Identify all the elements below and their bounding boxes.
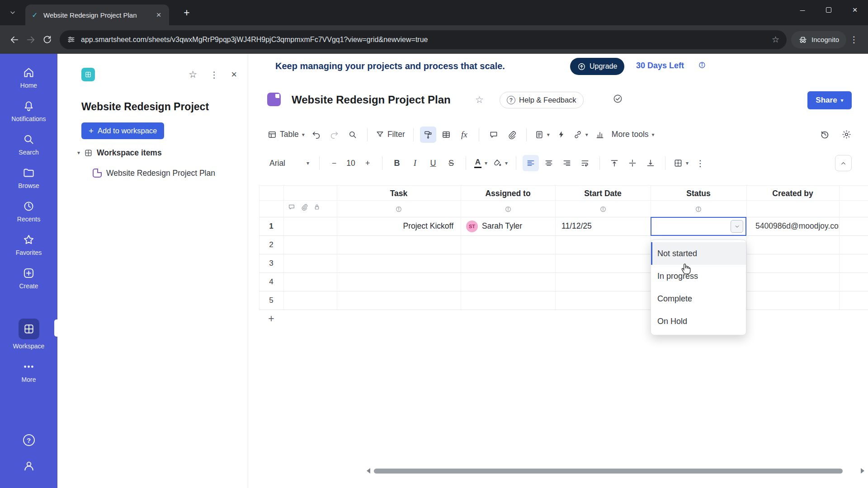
add-to-workspace-button[interactable]: + Add to workspace	[81, 122, 164, 139]
url-text[interactable]: app.smartsheet.com/sheets/v3qwxMgRrP9pqp…	[81, 36, 766, 44]
column-header-created-by[interactable]: Created by	[746, 187, 839, 200]
sidebar-item-favorites[interactable]: Favorites	[0, 234, 57, 256]
borders-button[interactable]: ▾	[672, 155, 690, 171]
workspace-items-section[interactable]: ▾ Workspace items	[77, 146, 162, 159]
chart-button[interactable]	[592, 127, 608, 143]
redo-button[interactable]	[326, 127, 343, 143]
scroll-left-icon[interactable]	[367, 468, 370, 474]
window-maximize-button[interactable]	[816, 0, 842, 20]
sheet-list-item[interactable]: Website Redesign Project Plan	[93, 167, 215, 179]
sidebar-item-browse[interactable]: Browse	[0, 167, 57, 189]
wrap-text-button[interactable]	[577, 155, 593, 171]
more-tools-button[interactable]: More tools ▾	[610, 127, 656, 143]
share-button[interactable]: Share ▾	[807, 91, 852, 109]
browser-tab[interactable]: ✓ Website Redesign Project Plan ×	[25, 5, 169, 25]
status-option-in-progress[interactable]: In progress	[651, 265, 746, 287]
row-number[interactable]: 2	[259, 235, 283, 254]
row-number[interactable]: 3	[259, 254, 283, 272]
upgrade-button[interactable]: Upgrade	[570, 58, 624, 75]
tab-close-icon[interactable]: ×	[154, 10, 164, 20]
row-number[interactable]: 1	[259, 217, 283, 235]
task-info-icon[interactable]	[337, 203, 461, 215]
search-sheet-button[interactable]	[344, 127, 361, 143]
lock-column-icon[interactable]	[313, 203, 321, 211]
column-header-task[interactable]: Task	[337, 187, 461, 200]
cell-format-button[interactable]	[438, 127, 454, 143]
bookmark-star-icon[interactable]: ☆	[772, 34, 779, 45]
browser-menu-icon[interactable]: ⋮	[846, 34, 862, 45]
sidebar-item-workspace[interactable]: Workspace	[0, 319, 57, 350]
back-button[interactable]	[6, 32, 23, 48]
site-info-icon[interactable]	[67, 35, 75, 44]
scrollbar-thumb[interactable]	[374, 469, 843, 474]
sidebar-item-notifications[interactable]: Notifications	[0, 100, 57, 122]
trial-info-icon[interactable]	[698, 61, 706, 71]
favorite-star-icon[interactable]: ☆	[189, 69, 197, 80]
cell-start-date[interactable]: 11/12/25	[555, 217, 651, 235]
align-left-button[interactable]	[523, 155, 539, 171]
cell-status-selected[interactable]	[651, 217, 746, 236]
column-header-start-date[interactable]: Start Date	[555, 187, 651, 200]
reload-button[interactable]	[39, 32, 55, 48]
attachments-button[interactable]	[504, 127, 520, 143]
horizontal-scrollbar[interactable]	[367, 467, 864, 474]
font-size-value[interactable]: 10	[344, 155, 358, 171]
settings-button[interactable]	[838, 127, 854, 143]
scrollbar-track[interactable]	[374, 468, 857, 474]
new-tab-button[interactable]: +	[180, 6, 193, 19]
attachment-column-icon[interactable]	[301, 203, 308, 211]
formula-button[interactable]: fx	[456, 127, 472, 143]
sidebar-item-create[interactable]: Create	[0, 267, 57, 290]
document-panel-button[interactable]: ▾	[533, 127, 552, 143]
tab-search-button[interactable]	[6, 6, 19, 19]
row-number[interactable]: 5	[259, 291, 283, 310]
forward-button[interactable]	[23, 32, 39, 48]
start-date-info-icon[interactable]	[555, 203, 651, 215]
row-number[interactable]: 4	[259, 272, 283, 291]
font-size-decrease-button[interactable]: −	[326, 155, 342, 171]
fill-color-button[interactable]: ▾	[491, 155, 509, 171]
sidebar-item-home[interactable]: Home	[0, 66, 57, 89]
underline-button[interactable]: U	[425, 155, 441, 171]
panel-menu-icon[interactable]: ⋮	[210, 70, 218, 80]
text-color-button[interactable]: A ▾	[472, 155, 489, 171]
chevron-down-icon[interactable]: ▾	[77, 150, 80, 156]
align-center-button[interactable]	[541, 155, 557, 171]
sheet-favorite-star-icon[interactable]: ☆	[475, 94, 484, 105]
status-option-not-started[interactable]: Not started	[651, 242, 746, 265]
view-switcher-table[interactable]: Table ▾	[266, 127, 307, 143]
bold-button[interactable]: B	[389, 155, 405, 171]
format-overflow-button[interactable]: ⋮	[692, 155, 708, 171]
automation-button[interactable]	[553, 127, 570, 143]
url-bar[interactable]: app.smartsheet.com/sheets/v3qwxMgRrP9pqp…	[60, 30, 787, 49]
assigned-info-icon[interactable]	[461, 203, 555, 215]
comments-button[interactable]	[486, 127, 502, 143]
sidebar-item-search[interactable]: Search	[0, 133, 57, 156]
window-minimize-button[interactable]: ─	[789, 0, 816, 20]
status-option-complete[interactable]: Complete	[651, 287, 746, 310]
align-right-button[interactable]	[559, 155, 575, 171]
help-feedback-button[interactable]: ? Help & Feedback	[500, 92, 584, 108]
status-dropdown-button[interactable]	[731, 220, 743, 233]
add-row-button[interactable]: +	[259, 310, 283, 328]
cell-created-by[interactable]: 5400986d@moodjoy.com	[746, 217, 839, 235]
vertical-align-middle-button[interactable]	[624, 155, 641, 171]
history-button[interactable]	[816, 127, 833, 143]
paint-format-button[interactable]	[420, 127, 436, 143]
sidebar-item-more[interactable]: More	[0, 361, 57, 383]
status-option-on-hold[interactable]: On Hold	[651, 310, 746, 333]
collapse-toolbar-button[interactable]	[835, 155, 852, 171]
font-family-select[interactable]: Arial ▾	[266, 155, 313, 171]
sidebar-help[interactable]: ?	[0, 434, 57, 446]
italic-button[interactable]: I	[407, 155, 423, 171]
cell-task[interactable]: Project Kickoff	[337, 217, 461, 235]
filter-button[interactable]: Filter	[374, 127, 407, 143]
comment-column-icon[interactable]	[288, 203, 295, 211]
scroll-right-icon[interactable]	[861, 468, 864, 474]
font-size-increase-button[interactable]: +	[359, 155, 376, 171]
strikethrough-button[interactable]: S	[443, 155, 459, 171]
panel-close-icon[interactable]: ×	[231, 69, 237, 80]
column-header-status[interactable]: Status	[651, 187, 746, 200]
window-close-button[interactable]: ×	[842, 0, 868, 20]
cell-assigned-to[interactable]: ST Sarah Tyler	[461, 217, 555, 235]
